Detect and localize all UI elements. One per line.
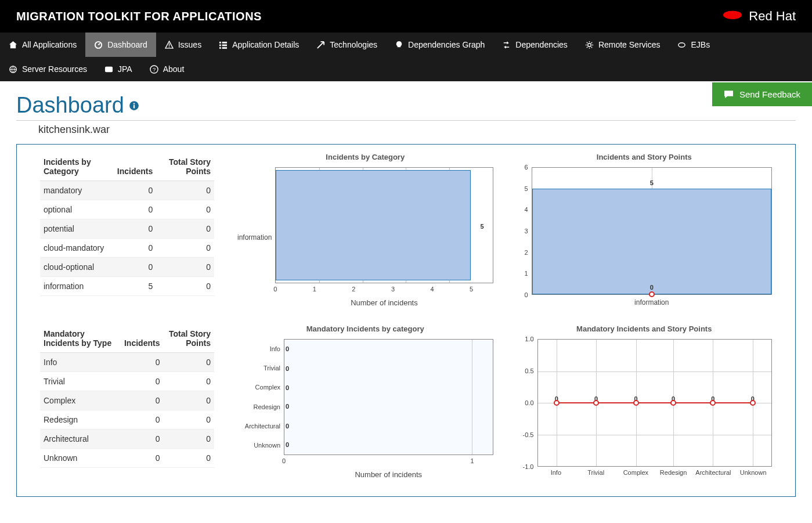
cell-label: Unknown (40, 449, 121, 468)
point-value-label: 0 (650, 284, 654, 291)
nav-dependencies[interactable]: Dependencies (493, 33, 576, 57)
cell-label: information (40, 277, 114, 296)
tick: Unknown (254, 442, 280, 449)
nav-app-details[interactable]: Application Details (210, 33, 308, 57)
nav-ejbs[interactable]: EJBs (669, 33, 719, 57)
table-row: Unknown00 (40, 449, 214, 468)
nav-dashboard[interactable]: Dashboard (85, 33, 156, 57)
question-icon: ? (150, 65, 158, 74)
svg-rect-6 (219, 41, 221, 43)
tick: 1.0 (525, 336, 533, 342)
svg-rect-10 (219, 47, 221, 49)
nav-server-resources[interactable]: Server Resources (0, 57, 96, 81)
th-incidents: Incidents (121, 324, 163, 353)
svg-rect-20 (133, 103, 135, 104)
nav-technologies[interactable]: Technologies (308, 33, 386, 57)
app-header: MIGRATION TOOLKIT FOR APPLICATIONS Red H… (0, 0, 812, 33)
chart-mandatory-by-category: Mandatory Incidents by category InfoTriv… (237, 324, 493, 479)
cell-label: Info (40, 353, 121, 372)
y-axis-label: information (237, 233, 272, 241)
svg-rect-8 (219, 44, 221, 46)
chart-incidents-by-category: Incidents by Category information 5 (237, 153, 493, 307)
table-row: cloud-optional00 (40, 258, 214, 277)
table-row: Trivial00 (40, 372, 214, 391)
nav-issues[interactable]: Issues (156, 33, 210, 57)
nav-label: Dashboard (107, 40, 147, 49)
nav-label: EJBs (691, 40, 710, 49)
page-content: Dashboard kitchensink.war Incidents by C… (0, 81, 812, 514)
comment-icon (724, 89, 734, 99)
tick: 1 (313, 286, 316, 293)
nav-label: JPA (118, 64, 132, 74)
svg-rect-9 (222, 44, 227, 46)
feedback-label: Send Feedback (739, 89, 800, 99)
tick: -1.0 (523, 463, 534, 470)
chart-title: Mandatory Incidents and Story Points (517, 324, 773, 333)
table-row: Info00 (40, 353, 214, 372)
cell-incidents: 0 (121, 353, 163, 372)
cell-points: 0 (156, 219, 214, 239)
cell-incidents: 0 (121, 410, 163, 430)
cell-points: 0 (163, 410, 214, 430)
svg-point-22 (554, 401, 559, 405)
info-icon[interactable] (129, 100, 139, 111)
svg-point-25 (671, 401, 676, 405)
nav-jpa[interactable]: JPA (96, 57, 141, 81)
data-point (710, 398, 716, 408)
bar-value-label: 0 (286, 423, 289, 430)
tick: Architectural (245, 423, 280, 430)
page-subtitle: kitchensink.war (16, 121, 796, 144)
table-row: Complex00 (40, 391, 214, 410)
tick: 5 (470, 286, 473, 293)
tick: 5 (524, 185, 528, 192)
dashboard-icon (94, 41, 103, 49)
cell-incidents: 0 (121, 391, 163, 410)
tick: Trivial (587, 469, 604, 476)
chart-incidents-story-points: Incidents and Story Points 6 5 4 3 2 1 0 (517, 153, 773, 307)
nav-about[interactable]: ? About (141, 57, 193, 81)
bean-icon (677, 41, 686, 49)
nav-remote-services[interactable]: Remote Services (576, 33, 669, 57)
bar-value-label: 0 (286, 441, 289, 448)
tick: 0 (524, 291, 528, 298)
dashboard-panel: Incidents by Category Incidents Total St… (16, 144, 796, 497)
tick: 2 (524, 249, 528, 256)
table-incidents-by-category: Incidents by Category Incidents Total St… (40, 153, 214, 307)
tick: 2 (352, 286, 355, 293)
redhat-icon (722, 8, 743, 24)
svg-point-12 (588, 43, 591, 46)
table-mandatory-by-type: Mandatory Incidents by Type Incidents To… (40, 324, 214, 479)
cell-label: Complex (40, 391, 121, 410)
cell-points: 0 (163, 353, 214, 372)
nav-label: Application Details (232, 40, 299, 49)
nav-label: Technologies (330, 40, 377, 49)
brand-text: Red Hat (749, 9, 796, 24)
cell-points: 0 (156, 200, 214, 219)
th-incidents: Incidents (114, 153, 156, 181)
chart-title: Incidents and Story Points (517, 153, 773, 161)
tick: Complex (623, 469, 648, 476)
page-title: Dashboard (16, 93, 796, 121)
tick: 1 (524, 270, 528, 277)
chart-title: Incidents by Category (237, 153, 493, 161)
svg-rect-11 (222, 47, 227, 49)
data-point (633, 398, 639, 408)
svg-point-24 (634, 401, 638, 405)
cell-label: potential (40, 219, 114, 239)
cell-label: Architectural (40, 430, 121, 449)
nav-label: Server Resources (22, 64, 87, 74)
nav-deps-graph[interactable]: Dependencies Graph (386, 33, 493, 57)
th-type: Mandatory Incidents by Type (40, 324, 121, 353)
send-feedback-button[interactable]: Send Feedback (712, 82, 812, 106)
tick: 0.0 (525, 399, 533, 406)
cell-label: cloud-mandatory (40, 239, 114, 258)
table-row: Redesign00 (40, 410, 214, 430)
tick: 6 (524, 164, 528, 171)
svg-rect-19 (133, 104, 135, 108)
data-point (750, 398, 756, 408)
table-row: information50 (40, 277, 214, 296)
nav-all-applications[interactable]: All Applications (0, 33, 85, 57)
tick: -0.5 (523, 431, 534, 438)
tick: Unknown (740, 469, 767, 476)
svg-point-26 (710, 401, 715, 405)
